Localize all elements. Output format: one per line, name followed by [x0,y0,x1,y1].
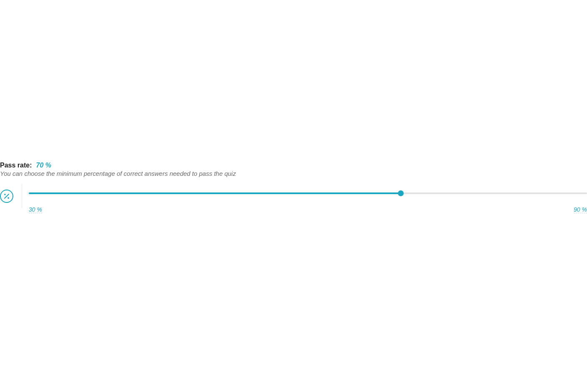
pass-rate-section: Pass rate: 70 % You can choose the minim… [0,162,587,213]
slider-container: 30 % 90 % [29,190,587,213]
pass-rate-slider[interactable] [29,190,587,196]
slider-thumb[interactable] [398,190,404,196]
percent-icon-container [0,190,13,203]
svg-point-0 [4,194,6,195]
slider-row: 30 % 90 % [0,190,587,213]
percent-icon [0,190,13,203]
slider-labels: 30 % 90 % [29,206,587,213]
slider-track-fill [29,192,401,194]
divider-container [13,184,29,208]
vertical-divider [22,184,22,208]
svg-point-1 [7,197,9,199]
slider-max-label: 90 % [574,206,587,213]
slider-min-label: 30 % [29,206,42,213]
pass-rate-value: 70 % [36,162,51,169]
pass-rate-header: Pass rate: 70 % [0,162,587,169]
pass-rate-description: You can choose the minimum percentage of… [0,170,587,177]
pass-rate-label: Pass rate: [0,162,32,169]
